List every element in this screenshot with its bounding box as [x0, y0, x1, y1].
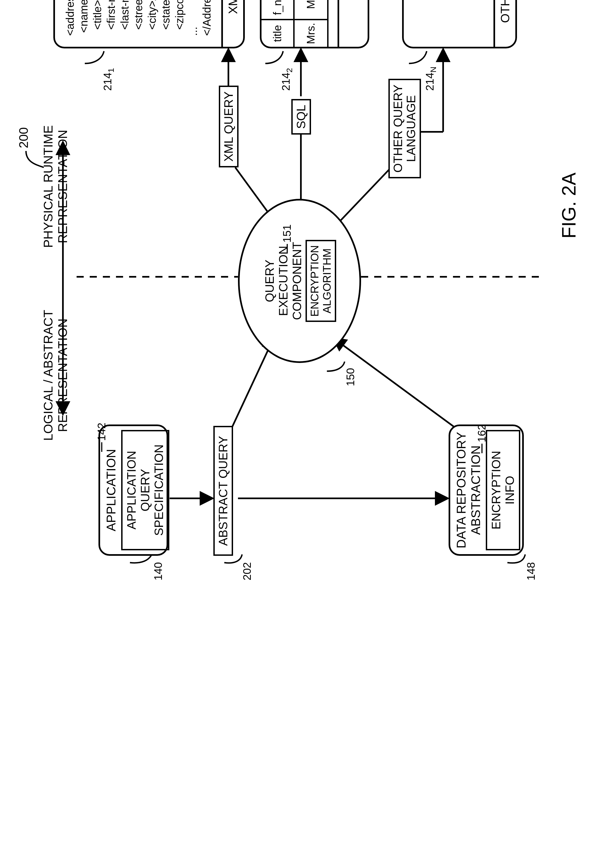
ref-140: 140 — [152, 562, 165, 580]
application-box: APPLICATION APPLICATION QUERY SPECIFICAT… — [98, 424, 168, 556]
xml-rep-box: <address> <name> <title> Mrs.</title> <f… — [53, 0, 245, 48]
ref-202: 202 — [241, 562, 253, 580]
ref-214-1: 2141 — [101, 68, 116, 91]
ref-200: 200 — [17, 127, 31, 148]
app-query-spec: APPLICATION QUERY SPECIFICATION — [121, 430, 169, 550]
other-query-tag: OTHER QUERY LANGUAGE — [388, 79, 421, 178]
dra-box: DATA REPOSITORY ABSTRACTION ENCRYPTION I… — [448, 424, 524, 556]
sql-tag: SQL — [291, 99, 311, 134]
xml-content: <address> <name> <title> Mrs.</title> <f… — [55, 0, 222, 47]
xml-rep-footer: XML DATA REPRESENTATION — [221, 0, 243, 47]
ref-148: 148 — [525, 562, 537, 580]
svg-line-6 — [334, 338, 473, 441]
ref-151-line — [287, 244, 288, 254]
col-fname: f_name — [261, 0, 294, 20]
other-rep-box: OTHER DATA REPRESENTATION — [402, 0, 517, 48]
ref-151: 151 — [281, 224, 293, 243]
svg-line-5 — [226, 338, 273, 441]
rel-rep-footer: RELATIONAL DATA REPRESENTATION — [338, 0, 368, 47]
dra-title: DATA REPOSITORY ABSTRACTION — [454, 432, 483, 548]
ref-150: 150 — [344, 368, 357, 386]
ref-142-line — [101, 442, 102, 452]
qec: QUERY EXECUTION COMPONENT ENCRYPTION ALG… — [238, 199, 361, 363]
application-title: APPLICATION — [104, 449, 118, 532]
cell-fname: Mary — [294, 0, 328, 20]
header-left: LOGICAL / ABSTRACT REPRESENTATION — [41, 290, 70, 460]
cell-title: Mrs. — [294, 20, 328, 47]
header-right: PHYSICAL RUNTIME REPRESENTATION — [41, 110, 70, 263]
qec-inner: ENCRYPTION ALGORITHM — [305, 240, 336, 322]
col-title: title — [261, 20, 294, 47]
xml-query-tag: XML QUERY — [219, 86, 239, 168]
ref-162-line — [482, 444, 483, 453]
svg-line-11 — [337, 168, 391, 225]
figure-label: FIG. 2A — [558, 172, 580, 239]
rel-rep-box: title f_name l_name street city age Mrs.… — [260, 0, 369, 48]
ref-142: 142 — [95, 423, 108, 441]
ref-162: 162 — [476, 424, 488, 442]
abstract-query: ABSTRACT QUERY — [213, 426, 233, 556]
ref-214-2: 2142 — [279, 68, 294, 91]
dra-inner: ENCRYPTION INFO — [486, 430, 520, 550]
rel-table: title f_name l_name street city age Mrs.… — [261, 0, 344, 47]
ref-214-n: 214N — [423, 67, 438, 91]
other-rep-footer: OTHER DATA REPRESENTATION — [494, 0, 515, 47]
